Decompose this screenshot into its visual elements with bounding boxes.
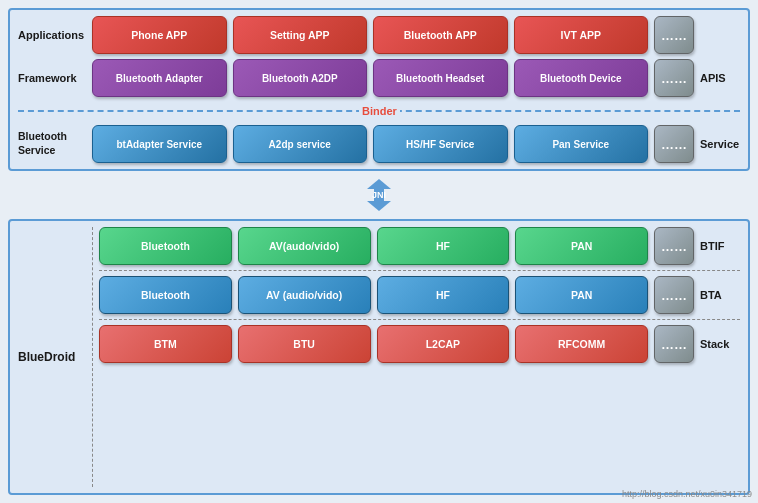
bluedroid-label-col: BlueDroid (18, 227, 86, 487)
setting-app-box: Setting APP (233, 16, 368, 54)
applications-label: Applications (18, 28, 86, 42)
btif-av-box: AV(audo/vido) (238, 227, 371, 265)
bta-boxes: Bluetooth AV (audio/vido) HF PAN …… (99, 276, 694, 314)
rfcomm-box: RFCOMM (515, 325, 648, 363)
btif-dots: …… (654, 227, 694, 265)
btm-box: BTM (99, 325, 232, 363)
btif-row: Bluetooth AV(audo/vido) HF PAN …… BTIF (99, 227, 740, 265)
phone-app-box: Phone APP (92, 16, 227, 54)
bta-pan-box: PAN (515, 276, 648, 314)
a2dp-service-box: A2dp service (233, 125, 368, 163)
watermark: http://blog.csdn.net/xu0in341719 (622, 489, 752, 499)
bta-av-box: AV (audio/vido) (238, 276, 371, 314)
bluedroid-rows: Bluetooth AV(audo/vido) HF PAN …… BTIF B… (99, 227, 740, 487)
framework-boxes: Bluetooth Adapter Bluetooth A2DP Bluetoo… (92, 59, 694, 97)
applications-row: Applications Phone APP Setting APP Bluet… (18, 16, 740, 54)
binder-row: Binder (18, 102, 740, 120)
service-boxes: btAdapter Service A2dp service HS/HF Ser… (92, 125, 694, 163)
btif-pan-box: PAN (515, 227, 648, 265)
hs-hf-service-box: HS/HF Service (373, 125, 508, 163)
stack-boxes: BTM BTU L2CAP RFCOMM …… (99, 325, 694, 363)
bluetooth-app-box: Bluetooth APP (373, 16, 508, 54)
btif-boxes: Bluetooth AV(audo/vido) HF PAN …… (99, 227, 694, 265)
service-label: Bluetooth Service (18, 130, 86, 157)
btif-right-label: BTIF (700, 240, 740, 252)
bluetooth-headset-box: Bluetooth Headset (373, 59, 508, 97)
bottom-content: BlueDroid Bluetooth AV(audo/vido) HF PAN… (18, 227, 740, 487)
bottom-section: BlueDroid Bluetooth AV(audo/vido) HF PAN… (8, 219, 750, 495)
bluedroid-label: BlueDroid (18, 350, 86, 364)
bt-adapter-service-box: btAdapter Service (92, 125, 227, 163)
bluetooth-a2dp-box: Bluetooth A2DP (233, 59, 368, 97)
stack-dots: …… (654, 325, 694, 363)
jni-section: JNI (8, 177, 750, 213)
jni-arrow: JNI (354, 179, 404, 211)
app-dots: …… (654, 16, 694, 54)
bta-row: Bluetooth AV (audio/vido) HF PAN …… BTA (99, 276, 740, 314)
framework-right-label: APIS (700, 72, 740, 84)
stack-right-label: Stack (700, 338, 740, 350)
bluetooth-device-box: Bluetooth Device (514, 59, 649, 97)
btif-bta-separator (99, 270, 740, 271)
bta-dots: …… (654, 276, 694, 314)
vertical-separator (92, 227, 93, 487)
btif-hf-box: HF (377, 227, 510, 265)
bta-bluetooth-box: Bluetooth (99, 276, 232, 314)
binder-label: Binder (359, 105, 400, 117)
bta-right-label: BTA (700, 289, 740, 301)
service-dots: …… (654, 125, 694, 163)
bta-stack-separator (99, 319, 740, 320)
bluetooth-adapter-box: Bluetooth Adapter (92, 59, 227, 97)
bta-hf-box: HF (377, 276, 510, 314)
l2cap-box: L2CAP (377, 325, 510, 363)
service-row: Bluetooth Service btAdapter Service A2dp… (18, 125, 740, 163)
top-section: Applications Phone APP Setting APP Bluet… (8, 8, 750, 171)
framework-label: Framework (18, 71, 86, 85)
service-right-label: Service (700, 138, 740, 150)
btu-box: BTU (238, 325, 371, 363)
jni-label: JNI (372, 190, 386, 200)
bluetooth-architecture-diagram: Applications Phone APP Setting APP Bluet… (0, 0, 758, 503)
framework-row: Framework Bluetooth Adapter Bluetooth A2… (18, 59, 740, 97)
ivt-app-box: IVT APP (514, 16, 649, 54)
stack-row: BTM BTU L2CAP RFCOMM …… Stack (99, 325, 740, 363)
btif-bluetooth-box: Bluetooth (99, 227, 232, 265)
pan-service-box: Pan Service (514, 125, 649, 163)
applications-boxes: Phone APP Setting APP Bluetooth APP IVT … (92, 16, 694, 54)
framework-dots: …… (654, 59, 694, 97)
